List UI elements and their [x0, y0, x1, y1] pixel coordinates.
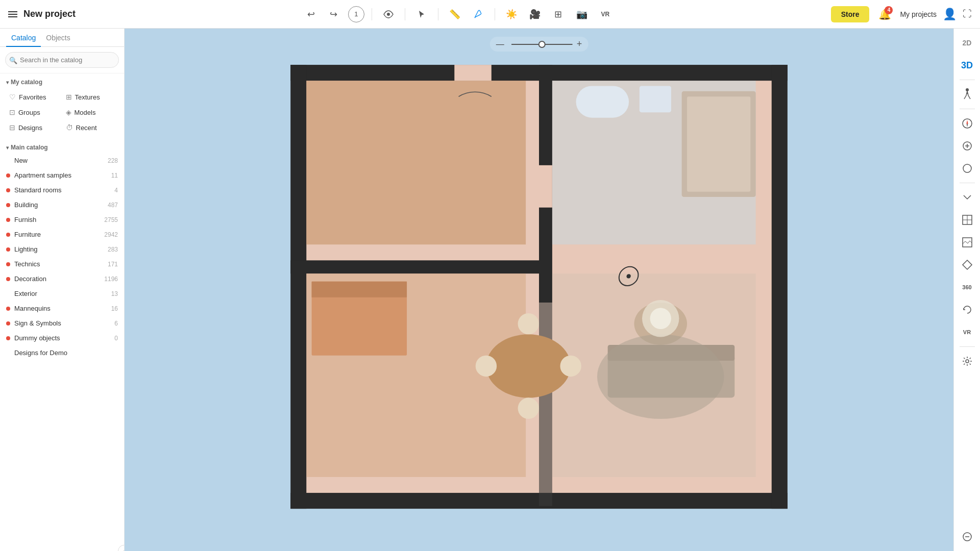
vr-view-button[interactable]: VR: [957, 322, 977, 342]
canvas-area: — +: [125, 29, 953, 551]
sidebar-item-groups[interactable]: ⊡ Groups: [6, 105, 62, 119]
svg-point-22: [518, 313, 539, 334]
photo-button[interactable]: 📷: [573, 5, 591, 23]
category-count: 228: [108, 157, 118, 164]
redo-button[interactable]: ↪: [325, 5, 343, 23]
category-label: Lighting: [14, 245, 38, 253]
sidebar-item-furnish[interactable]: Furnish2755: [0, 212, 124, 227]
sidebar-item-lighting[interactable]: Lighting283: [0, 242, 124, 257]
sidebar-item-exterior[interactable]: Exterior13: [0, 286, 124, 301]
zoom-in-button[interactable]: [957, 136, 977, 156]
svg-point-44: [966, 360, 969, 363]
separator-1: [372, 8, 372, 20]
cursor-tool-button[interactable]: [412, 5, 431, 23]
vr-toolbar-button[interactable]: VR: [596, 5, 615, 23]
heart-icon: ♡: [9, 93, 16, 101]
sidebar-item-standard-rooms[interactable]: Standard rooms4: [0, 183, 124, 197]
scene-view-button[interactable]: [957, 232, 977, 253]
store-button[interactable]: Store: [831, 6, 870, 22]
svg-rect-14: [539, 165, 552, 208]
sidebar-item-dummy-objects[interactable]: Dummy objects0: [0, 331, 124, 345]
models-icon: ◈: [66, 108, 71, 116]
tab-objects[interactable]: Objects: [41, 29, 75, 47]
compass-button[interactable]: [957, 113, 977, 134]
svg-point-0: [387, 13, 390, 16]
view-2d-button[interactable]: 2D: [957, 33, 977, 53]
chevron-down-button[interactable]: [957, 187, 977, 208]
category-label: Furniture: [14, 231, 41, 238]
sidebar-item-apartment-samples[interactable]: Apartment samples11: [0, 168, 124, 183]
sidebar-item-designs-for-demo[interactable]: Designs for Demo: [0, 345, 124, 360]
settings-button[interactable]: [957, 351, 977, 371]
ruler-button[interactable]: 📏: [446, 5, 464, 23]
zoom-slider[interactable]: [511, 44, 573, 45]
sidebar-item-technics[interactable]: Technics171: [0, 257, 124, 271]
rp-separator-2: [960, 109, 975, 109]
camera-button[interactable]: 🎥: [526, 5, 544, 23]
sidebar-item-sign--symbols[interactable]: Sign & Symbols6: [0, 316, 124, 331]
walk-mode-button[interactable]: [957, 84, 977, 105]
step-counter[interactable]: 1: [348, 6, 364, 22]
layout-button[interactable]: ⊞: [549, 5, 568, 23]
search-wrap: 🔍: [0, 47, 124, 73]
category-count: 16: [111, 305, 118, 312]
recent-label: Recent: [76, 124, 97, 132]
groups-icon: ⊡: [9, 108, 15, 116]
models-label: Models: [75, 109, 96, 116]
diamond-view-button[interactable]: [957, 255, 977, 275]
my-catalog-grid: ♡ Favorites ⊞ Textures ⊡ Groups ◈ Models…: [0, 88, 124, 139]
rp-separator-1: [960, 80, 975, 80]
svg-point-25: [560, 356, 581, 377]
category-count: 2755: [104, 216, 118, 223]
undo-button[interactable]: ↩: [302, 5, 321, 23]
sidebar-item-textures[interactable]: ⊞ Textures: [63, 90, 118, 104]
view-3d-button[interactable]: 3D: [957, 55, 977, 76]
target-button[interactable]: [957, 158, 977, 179]
sidebar-item-designs[interactable]: ⊟ Designs: [6, 120, 62, 135]
notifications-button[interactable]: 🔔 4: [875, 5, 894, 23]
sidebar-item-favorites[interactable]: ♡ Favorites: [6, 90, 62, 104]
plus-icon[interactable]: +: [577, 39, 582, 49]
svg-rect-16: [687, 96, 750, 191]
category-label: Dummy objects: [14, 334, 60, 342]
zoom-out-button[interactable]: [957, 527, 977, 547]
sidebar-item-building[interactable]: Building487: [0, 197, 124, 212]
search-input[interactable]: [5, 52, 119, 68]
fullscreen-button[interactable]: ⛶: [963, 9, 972, 19]
sidebar-item-furniture[interactable]: Furniture2942: [0, 227, 124, 242]
category-dot: [6, 321, 10, 325]
menu-icon[interactable]: [8, 11, 17, 17]
category-count: 2942: [104, 231, 118, 238]
sidebar-item-decoration[interactable]: Decoration1196: [0, 271, 124, 286]
view-toggle-button[interactable]: [379, 5, 398, 23]
floor-plan-button[interactable]: [957, 210, 977, 230]
sidebar-item-models[interactable]: ◈ Models: [63, 105, 118, 119]
rotate-button[interactable]: [957, 299, 977, 320]
rp-separator-4: [960, 346, 975, 347]
category-count: 487: [108, 202, 118, 209]
category-dot: [6, 307, 10, 311]
category-dot: [6, 262, 10, 266]
minus-icon: —: [496, 40, 504, 49]
my-catalog-section-title: My catalog: [0, 73, 124, 88]
zoom-slider-thumb[interactable]: [538, 41, 546, 48]
sidebar-item-new[interactable]: New228: [0, 153, 124, 168]
category-label: New: [14, 157, 28, 164]
category-dot: [6, 218, 10, 222]
tab-catalog[interactable]: Catalog: [6, 29, 41, 47]
separator-3: [438, 8, 438, 20]
zoom-minus-wrap: [957, 527, 977, 547]
catalog-scroll: My catalog ♡ Favorites ⊞ Textures ⊡ Grou…: [0, 73, 124, 551]
360-view-button[interactable]: 360: [957, 277, 977, 297]
sun-button[interactable]: ☀️: [502, 5, 521, 23]
sidebar-item-recent[interactable]: ⏱ Recent: [63, 120, 118, 135]
category-label: Apartment samples: [14, 171, 71, 179]
sidebar-item-mannequins[interactable]: Mannequins16: [0, 301, 124, 316]
my-projects-button[interactable]: My projects: [900, 10, 937, 18]
category-count: 13: [111, 290, 118, 297]
user-profile-button[interactable]: 👤: [943, 8, 957, 21]
pen-tool-button[interactable]: [469, 5, 487, 23]
svg-point-24: [476, 356, 497, 377]
sidebar-tabs: Catalog Objects: [0, 29, 124, 47]
groups-label: Groups: [18, 109, 40, 116]
